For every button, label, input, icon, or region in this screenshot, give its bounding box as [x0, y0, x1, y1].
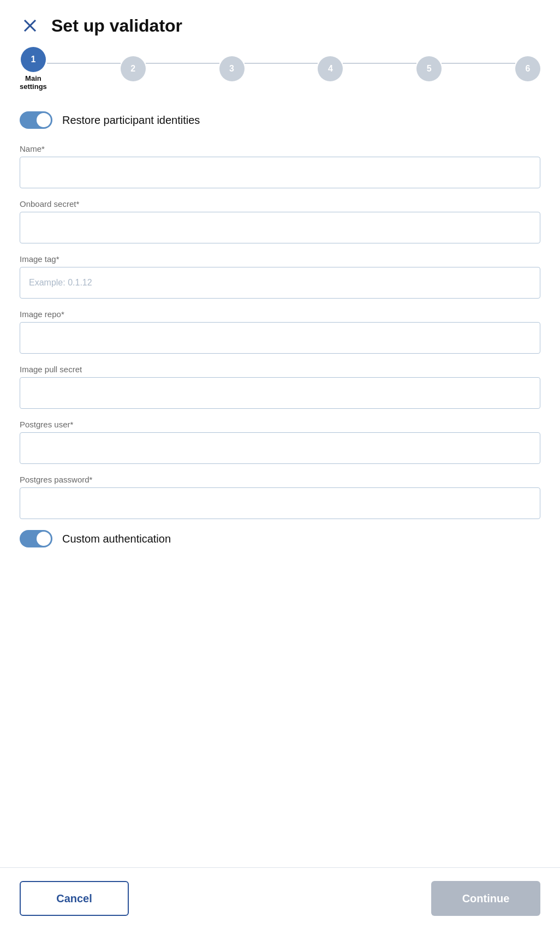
- step-circle-6: 6: [515, 56, 540, 81]
- footer: Cancel Continue: [0, 867, 560, 929]
- step-connector-3-4: [245, 63, 318, 64]
- stepper: 1 Mainsettings 2 3 4: [0, 47, 560, 106]
- image-tag-field-group: Image tag*: [20, 254, 540, 299]
- image-repo-label: Image repo*: [20, 309, 540, 319]
- step-2: 2: [121, 56, 146, 81]
- postgres-password-label: Postgres password*: [20, 475, 540, 484]
- step-circle-5: 5: [416, 56, 442, 81]
- cancel-button[interactable]: Cancel: [20, 881, 129, 916]
- image-pull-secret-input[interactable]: [20, 377, 540, 409]
- restore-identities-slider: [20, 111, 52, 129]
- close-icon: [22, 17, 38, 34]
- page-container: Set up validator 1 Mainsettings 2 3: [0, 0, 560, 929]
- postgres-password-field-group: Postgres password*: [20, 475, 540, 519]
- custom-auth-slider: [20, 530, 52, 547]
- image-repo-field-group: Image repo*: [20, 309, 540, 354]
- restore-identities-toggle[interactable]: [20, 111, 52, 129]
- postgres-password-input[interactable]: [20, 487, 540, 519]
- step-connector-2-3: [146, 63, 219, 64]
- onboard-secret-input[interactable]: [20, 212, 540, 243]
- postgres-user-field-group: Postgres user*: [20, 420, 540, 464]
- step-3: 3: [219, 56, 245, 81]
- step-4: 4: [318, 56, 343, 81]
- custom-auth-toggle[interactable]: [20, 530, 52, 547]
- header: Set up validator: [0, 0, 560, 47]
- step-circle-3: 3: [219, 56, 245, 81]
- postgres-user-input[interactable]: [20, 432, 540, 464]
- step-circle-1: 1: [21, 47, 46, 72]
- postgres-user-label: Postgres user*: [20, 420, 540, 429]
- custom-auth-row: Custom authentication: [20, 530, 540, 547]
- step-1: 1 Mainsettings: [20, 47, 47, 91]
- step-connector-4-5: [343, 63, 416, 64]
- continue-button[interactable]: Continue: [431, 881, 540, 916]
- step-circle-4: 4: [318, 56, 343, 81]
- image-pull-secret-label: Image pull secret: [20, 365, 540, 374]
- step-label-1: Mainsettings: [20, 74, 47, 91]
- main-content: Restore participant identities Name* Onb…: [0, 106, 560, 867]
- image-tag-input[interactable]: [20, 267, 540, 299]
- step-5: 5: [416, 56, 442, 81]
- step-connector-5-6: [442, 63, 515, 64]
- name-label: Name*: [20, 144, 540, 153]
- onboard-secret-field-group: Onboard secret*: [20, 199, 540, 243]
- step-connector-1-2: [47, 63, 121, 64]
- page-title: Set up validator: [51, 16, 182, 36]
- restore-identities-label: Restore participant identities: [62, 114, 200, 127]
- restore-identities-row: Restore participant identities: [20, 111, 540, 129]
- image-repo-input[interactable]: [20, 322, 540, 354]
- image-pull-secret-field-group: Image pull secret: [20, 365, 540, 409]
- step-6: 6: [515, 56, 540, 81]
- image-tag-label: Image tag*: [20, 254, 540, 264]
- name-field-group: Name*: [20, 144, 540, 188]
- step-circle-2: 2: [121, 56, 146, 81]
- name-input[interactable]: [20, 157, 540, 188]
- close-button[interactable]: [20, 15, 40, 36]
- custom-auth-label: Custom authentication: [62, 533, 171, 545]
- onboard-secret-label: Onboard secret*: [20, 199, 540, 209]
